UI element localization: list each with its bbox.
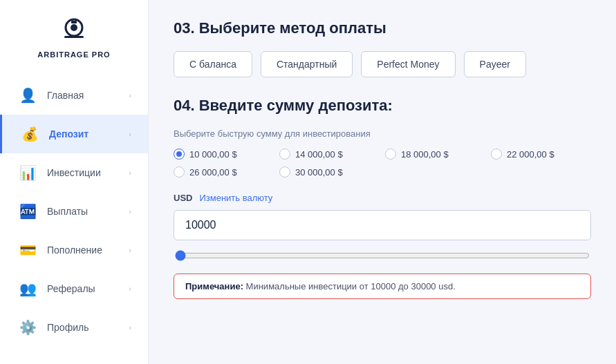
nav-label-deposit: Депозит [49,128,129,140]
amount-input[interactable] [174,210,591,240]
nav-arrow-deposit: › [129,130,131,138]
logo-text: ARBITRAGE PRO [37,50,110,59]
nav-arrow-investments: › [129,169,131,177]
radio-label: 30 000,00 $ [295,167,343,178]
radio-label: 22 000,00 $ [507,149,554,160]
nav-label-referrals: Рефералы [47,283,129,294]
payment-method-heading: 03. Выберите метод оплаты [174,19,591,37]
currency-row: USD Изменить валюту [174,193,591,203]
svg-rect-3 [64,36,84,38]
radio-circle [174,149,185,160]
svg-rect-2 [71,21,77,23]
nav-icon-deposit: 💰 [19,123,41,145]
nav-icon-profile: ⚙️ [17,316,39,338]
change-currency-link[interactable]: Изменить валюту [199,193,272,203]
quick-amount-option[interactable]: 18 000,00 $ [385,149,485,160]
quick-amount-option[interactable]: 30 000,00 $ [279,166,380,178]
quick-amounts-label: Выберите быструю сумму для инвестировани… [174,128,591,139]
nav-label-payouts: Выплаты [47,206,129,217]
radio-label: 10 000,00 $ [189,149,237,160]
sidebar-item-profile[interactable]: ⚙️ Профиль › [0,308,148,347]
radio-label: 14 000,00 $ [295,149,343,160]
quick-amounts-grid: 10 000,00 $ 14 000,00 $ 18 000,00 $ 22 0… [174,149,591,178]
sidebar-item-investments[interactable]: 📊 Инвестиции › [0,153,148,192]
radio-label: 18 000,00 $ [401,149,449,160]
note-text: Минимальные инвестиции от 10000 до 30000… [243,281,456,291]
payment-btn-perfectmoney[interactable]: Perfect Money [361,51,455,77]
quick-amount-option[interactable]: 22 000,00 $ [491,149,591,160]
quick-amount-option[interactable]: 26 000,00 $ [174,166,274,178]
nav-arrow-payouts: › [129,207,131,215]
payment-methods: С балансаСтандартныйPerfect MoneyPayeer [174,51,591,77]
sidebar-item-payouts[interactable]: 🏧 Выплаты › [0,192,148,231]
radio-label: 26 000,00 $ [189,167,237,178]
radio-circle [491,149,502,160]
slider-wrap [174,250,591,264]
sidebar-item-deposit[interactable]: 💰 Депозит › [0,115,148,153]
quick-amount-option[interactable]: 10 000,00 $ [174,149,274,160]
note-box: Примечание: Минимальные инвестиции от 10… [174,274,591,299]
radio-circle [385,149,396,160]
nav-label-investments: Инвестиции [47,167,129,178]
payment-btn-standard[interactable]: Стандартный [261,51,353,77]
logo: ARBITRAGE PRO [37,14,110,59]
nav-icon-payouts: 🏧 [17,200,39,222]
nav-icon-referrals: 👥 [17,278,39,300]
nav-icon-main: 👤 [17,84,39,106]
nav-items: 👤 Главная › 💰 Депозит › 📊 Инвестиции › 🏧… [0,76,148,347]
note-prefix: Примечание: [185,281,243,291]
radio-circle [174,166,185,178]
amount-slider[interactable] [175,250,590,261]
nav-arrow-topup: › [129,246,131,254]
radio-circle [279,149,290,160]
deposit-amount-heading: 04. Введите сумму депозита: [174,97,591,115]
amount-input-wrap [174,210,591,240]
currency-label: USD [174,193,192,203]
sidebar: ARBITRAGE PRO 👤 Главная › 💰 Депозит › 📊 … [0,0,149,364]
nav-icon-investments: 📊 [17,162,39,184]
payment-btn-balance[interactable]: С баланса [174,51,252,77]
sidebar-item-topup[interactable]: 💳 Пополнение › [0,231,148,269]
nav-label-main: Главная [47,90,129,101]
radio-circle [279,166,290,178]
main-content: 03. Выберите метод оплаты С балансаСтанд… [149,0,616,364]
sidebar-item-main[interactable]: 👤 Главная › [0,76,148,115]
nav-arrow-profile: › [129,323,131,332]
sidebar-item-referrals[interactable]: 👥 Рефералы › [0,269,148,308]
nav-arrow-main: › [129,91,131,99]
quick-amount-option[interactable]: 14 000,00 $ [279,149,380,160]
svg-point-1 [71,24,77,31]
logo-icon [57,14,91,47]
nav-arrow-referrals: › [129,285,131,293]
nav-icon-topup: 💳 [17,239,39,261]
nav-label-topup: Пополнение [47,245,129,256]
nav-label-profile: Профиль [47,322,129,333]
payment-btn-payeer[interactable]: Payeer [464,51,526,77]
